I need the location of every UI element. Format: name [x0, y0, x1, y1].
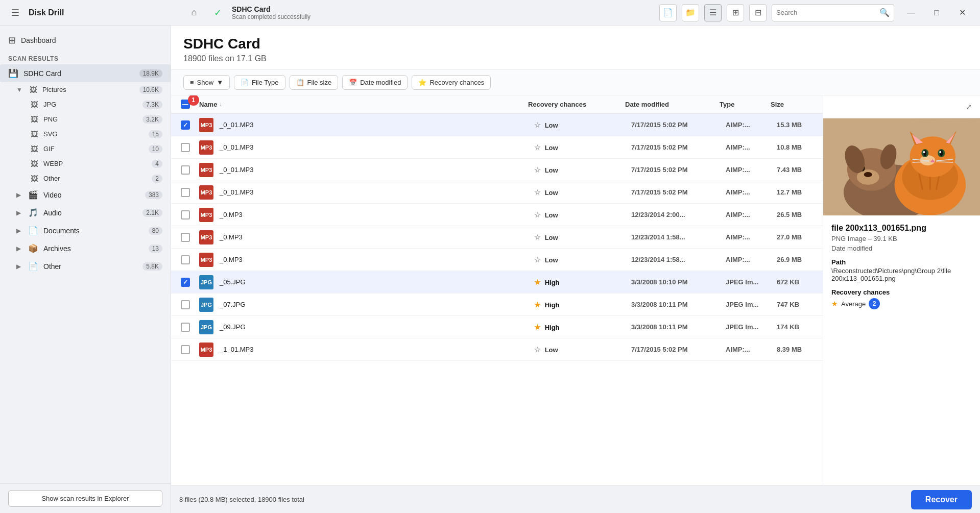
filter-icon: ≡	[190, 79, 194, 86]
file-type-filter-button[interactable]: 📄 File Type	[234, 75, 285, 90]
checkmark-icon: ✓	[183, 121, 188, 129]
show-explorer-button[interactable]: Show scan results in Explorer	[8, 490, 162, 507]
row-checkbox[interactable]	[181, 233, 190, 242]
row-checkbox[interactable]	[181, 165, 190, 175]
sidebar-item-jpg[interactable]: 🖼 JPG 7.3K	[22, 97, 171, 112]
view-list-button[interactable]: ☰	[704, 4, 722, 21]
preview-meta1: PNG Image – 39.1 KB	[831, 235, 972, 242]
row-checkbox[interactable]: ✓	[181, 278, 190, 287]
col-date-header[interactable]: Date modified	[625, 101, 720, 108]
recovery-value: High	[545, 301, 560, 309]
sidebar-item-other-pic[interactable]: 🖼 Other 2	[22, 171, 171, 186]
badge-2: 2	[869, 298, 880, 309]
type-value: AIMP:...	[726, 143, 750, 151]
sdhc-count: 18.9K	[139, 69, 162, 78]
gif-count: 10	[149, 145, 162, 153]
sdhc-icon: 💾	[8, 68, 18, 78]
sidebar-item-other[interactable]: ▶ 📄 Other 5.8K	[0, 257, 171, 275]
view-grid-button[interactable]: ⊞	[727, 4, 744, 21]
chevron-down-icon: ▼	[16, 86, 22, 93]
folder-icon: 📁	[685, 8, 696, 17]
chevron-right-icon-video: ▶	[16, 191, 21, 199]
titlebar-left: ☰ Disk Drill	[6, 4, 175, 22]
col-size-header[interactable]: Size	[771, 101, 817, 108]
row-checkbox[interactable]: ✓	[181, 120, 190, 130]
col-recovery-header[interactable]: Recovery chances	[528, 101, 625, 108]
search-input[interactable]	[776, 9, 876, 16]
row-checkbox[interactable]	[181, 345, 190, 354]
documents-label: Documents	[43, 227, 144, 235]
sidebar-item-archives[interactable]: ▶ 📦 Archives 13	[0, 239, 171, 257]
file-name: _0.MP3	[220, 233, 243, 241]
row-checkbox[interactable]	[181, 143, 190, 152]
preview-image	[823, 118, 980, 215]
show-chevron-icon: ▼	[217, 79, 223, 86]
file-type-icon: MP3	[199, 118, 213, 132]
recovery-chances-filter-button[interactable]: ⭐ Recovery chances	[412, 75, 491, 90]
row-date-col: 7/17/2015 5:02 PM	[631, 188, 726, 196]
size-value: 26.9 MB	[777, 256, 802, 263]
file-size-filter-button[interactable]: 📋 File size	[290, 75, 339, 90]
row-size-col: 8.39 MB	[777, 346, 823, 353]
row-date-col: 12/23/2014 1:58...	[631, 256, 726, 263]
view-details-button[interactable]: 📄	[659, 4, 677, 21]
sidebar-item-pictures[interactable]: ▼ 🖼 Pictures 10.6K	[8, 82, 171, 97]
check-icon: ✓	[214, 7, 222, 18]
recover-button[interactable]: Recover	[911, 490, 972, 509]
sidebar-item-webp[interactable]: 🖼 WEBP 4	[22, 156, 171, 171]
hamburger-button[interactable]: ☰	[6, 4, 25, 22]
row-type-col: AIMP:...	[726, 211, 777, 218]
table-row: MP3 _0.MP3 ☆ Low 12/23/2014 2:00... AIMP…	[171, 204, 823, 226]
row-checkbox[interactable]	[181, 210, 190, 219]
chevron-right-icon-docs: ▶	[16, 227, 21, 234]
expand-panel-button[interactable]: ⤢	[962, 100, 976, 114]
right-panel: ⤢	[823, 95, 980, 485]
sidebar-item-gif[interactable]: 🖼 GIF 10	[22, 141, 171, 156]
sidebar-item-documents[interactable]: ▶ 📄 Documents 80	[0, 222, 171, 239]
view-folder-button[interactable]: 📁	[682, 4, 699, 21]
row-check-col	[171, 233, 199, 242]
video-label: Video	[43, 191, 140, 199]
sidebar-item-png[interactable]: 🖼 PNG 3.2K	[22, 112, 171, 127]
row-checkbox[interactable]	[181, 300, 190, 309]
col-name-header[interactable]: Name ↓	[199, 101, 528, 108]
show-filter-button[interactable]: ≡ Show ▼	[183, 75, 230, 90]
png-label: PNG	[43, 115, 137, 123]
col-type-header[interactable]: Type	[720, 101, 771, 108]
sidebar-item-video[interactable]: ▶ 🎬 Video 383	[0, 186, 171, 204]
row-checkbox[interactable]	[181, 188, 190, 197]
scan-results-label: Scan results	[0, 51, 171, 64]
svg-point-24	[923, 151, 925, 153]
close-button[interactable]: ✕	[950, 4, 974, 22]
row-checkbox[interactable]	[181, 255, 190, 264]
row-date-col: 7/17/2015 5:02 PM	[631, 121, 726, 129]
home-button[interactable]: ⌂	[185, 4, 203, 22]
content-subtitle: 18900 files on 17.1 GB	[183, 54, 968, 63]
size-value: 12.7 MB	[777, 188, 802, 196]
sidebar-item-sdhc[interactable]: 💾 SDHC Card 18.9K	[0, 64, 171, 82]
row-check-col	[171, 143, 199, 152]
svg-point-6	[864, 172, 872, 177]
row-name-col: MP3 _0_01.MP3	[199, 163, 534, 177]
recovery-star-icon: ☆	[534, 166, 541, 174]
pictures-count: 10.6K	[139, 86, 162, 94]
row-type-col: AIMP:...	[726, 346, 777, 353]
row-recovery-col: ☆ Low	[534, 121, 631, 129]
maximize-button[interactable]: □	[925, 4, 948, 22]
check-button[interactable]: ✓	[208, 4, 227, 22]
row-checkbox[interactable]	[181, 323, 190, 332]
file-name: _07.JPG	[220, 301, 246, 308]
sidebar-item-dashboard[interactable]: ⊞ Dashboard	[0, 30, 171, 51]
row-type-col: AIMP:...	[726, 121, 777, 129]
minimize-button[interactable]: —	[899, 4, 923, 22]
sidebar-item-audio[interactable]: ▶ 🎵 Audio 2.1K	[0, 204, 171, 222]
png-count: 3.2K	[142, 115, 162, 124]
recovery-value: Low	[545, 211, 558, 219]
date-modified-filter-button[interactable]: 📅 Date modified	[342, 75, 408, 90]
view-panel-button[interactable]: ⊟	[749, 4, 767, 21]
row-date-col: 12/23/2014 1:58...	[631, 233, 726, 241]
recovery-star-icon: ☆	[534, 121, 541, 129]
sidebar-item-svg[interactable]: 🖼 SVG 15	[22, 127, 171, 141]
sidebar-footer: Show scan results in Explorer	[0, 483, 171, 513]
document-icon: 📄	[663, 8, 673, 17]
